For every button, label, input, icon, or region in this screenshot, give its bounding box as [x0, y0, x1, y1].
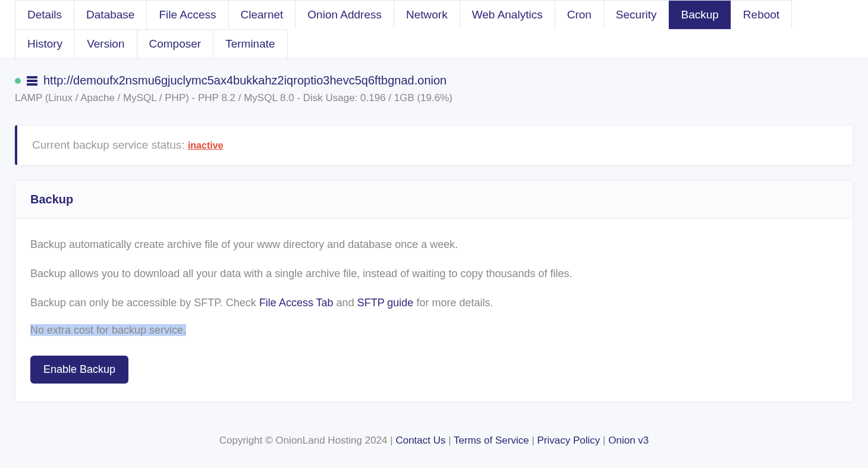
- backup-p3-post: for more details.: [413, 297, 493, 309]
- footer-sep: |: [529, 435, 537, 446]
- backup-p3-pre: Backup can only be accessible by SFTP. C…: [30, 297, 259, 309]
- backup-status-value[interactable]: inactive: [188, 140, 224, 150]
- svg-rect-0: [27, 76, 37, 78]
- backup-status-label: Current backup service status:: [32, 139, 188, 151]
- backup-card-title: Backup: [30, 193, 838, 206]
- footer-onionv3-link[interactable]: Onion v3: [608, 435, 649, 446]
- tab-terminate[interactable]: Terminate: [213, 29, 287, 58]
- page-footer: Copyright © OnionLand Hosting 2024 | Con…: [0, 417, 868, 458]
- tabs-container: Details Database File Access Clearnet On…: [0, 0, 868, 59]
- onion-url-link[interactable]: http://demoufx2nsmu6gjuclymc5ax4bukkahz2…: [43, 74, 446, 87]
- backup-description-1: Backup automatically create archive file…: [30, 237, 838, 253]
- tab-composer[interactable]: Composer: [137, 29, 214, 58]
- tab-backup[interactable]: Backup: [668, 0, 731, 29]
- footer-contact-link[interactable]: Contact Us: [395, 435, 445, 446]
- server-info-section: http://demoufx2nsmu6gjuclymc5ax4bukkahz2…: [0, 59, 868, 110]
- tab-onion-address[interactable]: Onion Address: [295, 0, 394, 29]
- backup-status-card: Current backup service status: inactive: [15, 125, 853, 165]
- svg-rect-1: [27, 80, 37, 82]
- tab-security[interactable]: Security: [603, 0, 669, 29]
- footer-sep: |: [446, 435, 454, 446]
- tab-file-access[interactable]: File Access: [146, 0, 228, 29]
- tabs-row-2: History Version Composer Terminate: [0, 29, 868, 58]
- server-info-header: http://demoufx2nsmu6gjuclymc5ax4bukkahz2…: [15, 74, 853, 87]
- tab-clearnet[interactable]: Clearnet: [228, 0, 296, 29]
- file-access-tab-link[interactable]: File Access Tab: [259, 297, 334, 309]
- tab-web-analytics[interactable]: Web Analytics: [460, 0, 555, 29]
- tab-network[interactable]: Network: [394, 0, 460, 29]
- tabs-row-1: Details Database File Access Clearnet On…: [0, 0, 868, 29]
- backup-no-cost-line: No extra cost for backup service.: [30, 324, 838, 337]
- footer-privacy-link[interactable]: Privacy Policy: [537, 435, 600, 446]
- server-icon: [27, 76, 37, 86]
- backup-card: Backup Backup automatically create archi…: [15, 180, 853, 402]
- footer-copyright: Copyright © OnionLand Hosting 2024: [219, 435, 391, 446]
- backup-card-header: Backup: [15, 181, 853, 219]
- backup-no-cost-highlight: No extra cost for backup service.: [30, 324, 186, 336]
- footer-sep: |: [600, 435, 608, 446]
- backup-description-3: Backup can only be accessible by SFTP. C…: [30, 295, 838, 311]
- tab-history[interactable]: History: [15, 29, 75, 58]
- tab-database[interactable]: Database: [74, 0, 147, 29]
- sftp-guide-link[interactable]: SFTP guide: [357, 297, 414, 309]
- enable-backup-button[interactable]: Enable Backup: [30, 356, 128, 384]
- tab-details[interactable]: Details: [15, 0, 74, 29]
- tab-cron[interactable]: Cron: [555, 0, 604, 29]
- backup-description-2: Backup allows you to download all your d…: [30, 266, 838, 282]
- stack-info-text: LAMP (Linux / Apache / MySQL / PHP) - PH…: [15, 92, 853, 104]
- backup-p3-mid: and: [334, 297, 357, 309]
- backup-card-body: Backup automatically create archive file…: [15, 219, 853, 401]
- svg-rect-2: [27, 83, 37, 86]
- tab-version[interactable]: Version: [74, 29, 137, 58]
- status-dot-icon: [15, 78, 21, 84]
- footer-tos-link[interactable]: Terms of Service: [454, 435, 529, 446]
- tab-reboot[interactable]: Reboot: [731, 0, 792, 29]
